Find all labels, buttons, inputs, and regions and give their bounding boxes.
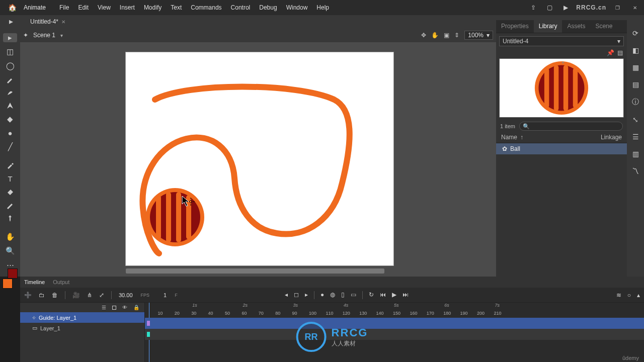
keyframe-icon[interactable] [147,332,150,337]
layer-normal[interactable]: ▭ Layer_1 [20,323,144,333]
clip-stage-icon[interactable]: ▣ [444,32,449,39]
fill-swatch[interactable] [8,268,18,279]
onion-skin-icon[interactable]: ≋ [616,292,621,299]
visibility-toggle-icon[interactable]: 👁 [122,305,127,310]
scene-name[interactable]: Scene 1 [33,32,55,39]
brush-classic-tool[interactable] [3,75,17,83]
layer-depth-icon[interactable]: ⤢ [99,292,104,299]
step-fwd-frame-icon[interactable]: ▸ [305,291,308,299]
menu-text[interactable]: Text [166,1,186,14]
timeline-zoom-icon[interactable]: ▴ [637,292,640,299]
onion-outline-icon[interactable]: ○ [627,292,631,299]
menu-debug[interactable]: Debug [255,1,281,14]
workspace-icon[interactable]: ▢ [544,2,555,13]
step-back-frame-icon[interactable]: ◂ [285,291,288,299]
zoom-stepper-icon[interactable]: ⇕ [454,32,459,39]
chart-panel-icon[interactable]: 〽 [632,167,639,175]
ball-instance[interactable] [146,188,204,246]
lasso-tool[interactable]: ◯ [3,61,17,70]
restore-icon[interactable]: ❐ [611,3,624,13]
layer-parenting-icon[interactable]: ⋔ [87,292,92,299]
pin-tool[interactable] [3,214,17,222]
swatches-panel-icon[interactable]: ▦ [632,63,639,71]
menu-file[interactable]: File [55,1,73,14]
camera-icon[interactable]: 🎥 [72,292,80,299]
fps-value[interactable]: 30.00 [119,292,133,298]
loop-icon[interactable]: ↻ [369,291,374,299]
menu-insert[interactable]: Insert [115,1,139,14]
menu-help[interactable]: Help [312,1,334,14]
history-panel-icon[interactable]: ☰ [632,133,639,141]
close-icon[interactable]: ✕ [629,3,641,13]
lock-toggle-icon[interactable]: 🔒 [133,305,139,310]
layer-guide[interactable]: ⟡ Guide: Layer_1 [20,312,144,323]
home-icon[interactable]: 🏠 [3,4,22,12]
tab-library[interactable]: Library [534,20,562,33]
components-panel-icon[interactable]: ▥ [632,150,639,158]
text-tool[interactable]: T [3,174,17,183]
tab-scene[interactable]: Scene [590,20,617,33]
new-library-icon[interactable]: ▤ [617,49,623,56]
info-panel-icon[interactable]: ⓘ [632,98,639,107]
color-panel-icon[interactable]: ◧ [632,46,639,54]
stop-icon[interactable]: ◻ [294,291,299,299]
frame-ruler[interactable]: 1s2s3s4s5s6s7s10203040506070809010011012… [145,303,644,318]
menu-window[interactable]: Window [282,1,312,14]
share-icon[interactable]: ⇪ [528,2,539,13]
new-layer-icon[interactable]: ➕ [24,292,32,299]
tab-assets[interactable]: Assets [562,20,590,33]
play-button-icon[interactable]: ▶ [392,291,396,299]
menu-edit[interactable]: Edit [73,1,93,14]
track-layer1[interactable] [145,329,644,340]
rotate-stage-icon[interactable]: ✋ [431,32,439,39]
col-name[interactable]: Name [501,134,517,141]
scene-chevron-icon[interactable]: ▾ [60,33,63,38]
brush-fluid-tool[interactable] [3,88,17,97]
oval-tool[interactable]: ● [3,129,17,137]
current-frame[interactable]: 1 [164,292,167,298]
library-document-select[interactable]: Untitled-4 ▾ [499,36,624,46]
insert-keyframe-icon[interactable]: ● [320,291,324,299]
cc-libraries-icon[interactable]: ⟳ [632,29,638,37]
eyedropper-tool[interactable] [3,161,17,169]
new-folder-icon[interactable]: 🗀 [39,292,45,299]
align-panel-icon[interactable]: ▤ [632,80,639,88]
selection-tool[interactable]: ▸ [3,33,17,42]
toolbar-collapse-icon[interactable]: ▸ [3,17,19,25]
menu-view[interactable]: View [93,1,115,14]
stage-area[interactable] [20,42,496,277]
insert-blank-keyframe-icon[interactable]: ◍ [330,291,335,299]
line-tool[interactable]: ╱ [3,142,17,151]
menu-commands[interactable]: Commands [186,1,226,14]
center-stage-icon[interactable]: ✥ [421,32,426,39]
sort-asc-icon[interactable]: ↑ [520,134,523,141]
keyframe-icon[interactable] [147,321,150,326]
free-transform-tool[interactable]: ◫ [3,47,17,56]
remove-frame-icon[interactable]: ▭ [351,291,356,299]
track-guide[interactable] [145,318,644,329]
edit-scene-icon[interactable]: ✦ [23,32,28,39]
go-last-icon[interactable]: ⏭ [403,291,409,299]
hand-tool[interactable]: ✋ [3,232,17,241]
library-item[interactable]: ✿ Ball [496,143,627,154]
layers-options-icon[interactable]: ☰ [102,305,106,310]
ink-bottle-tool[interactable] [3,201,17,209]
document-tab[interactable]: Untitled-4* ✕ [25,16,70,27]
library-search[interactable]: 🔍 [519,122,623,131]
stage[interactable] [126,52,393,265]
zoom-tool[interactable]: 🔍 [3,246,17,255]
tab-output[interactable]: Output [53,279,69,285]
frame-area[interactable]: 1s2s3s4s5s6s7s10203040506070809010011012… [145,303,644,362]
play-icon[interactable]: ▶ [560,2,571,13]
transform-panel-icon[interactable]: ⤡ [632,116,638,124]
zoom-field[interactable]: 100% ▾ [464,31,493,40]
delete-layer-icon[interactable]: 🗑 [52,292,58,299]
insert-frame-icon[interactable]: ▯ [341,291,345,299]
stroke-swatch[interactable] [3,279,13,289]
tab-properties[interactable]: Properties [496,20,534,33]
highlight-toggle-icon[interactable] [112,306,116,310]
rectangle-tool[interactable]: ◆ [3,115,17,124]
pen-tool[interactable] [3,102,17,110]
menu-modify[interactable]: Modify [139,1,166,14]
paint-bucket-tool[interactable] [3,188,17,196]
